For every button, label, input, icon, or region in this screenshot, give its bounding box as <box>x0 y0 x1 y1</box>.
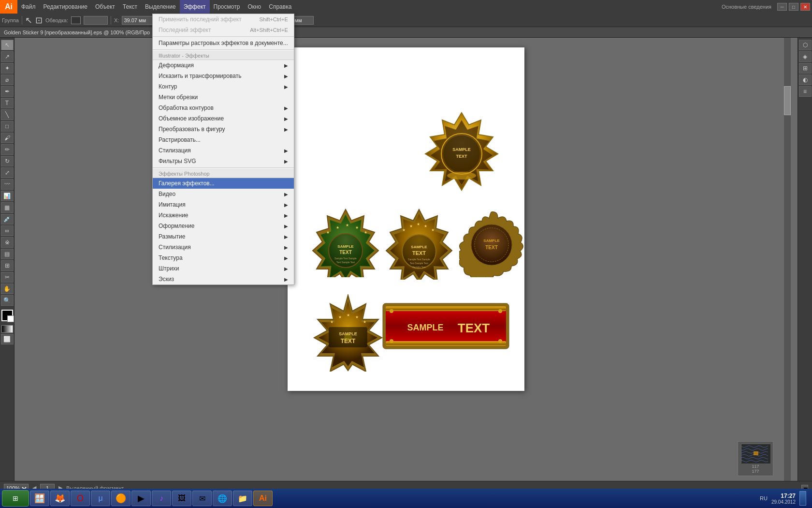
minimize-button[interactable]: ─ <box>777 3 787 11</box>
svg-point-54 <box>498 309 502 313</box>
blend-tool[interactable]: ∞ <box>1 225 14 236</box>
taskbar-image[interactable]: 🖼 <box>172 491 191 506</box>
menu-window[interactable]: Окно <box>244 0 265 14</box>
fill-color[interactable] <box>1 310 13 321</box>
lasso-tool[interactable]: ⌀ <box>1 75 14 85</box>
menu-edit[interactable]: Редактирование <box>40 0 91 14</box>
menu-help[interactable]: Справка <box>265 0 295 14</box>
menu-stylize-ps[interactable]: Стилизация ▶ <box>153 242 294 253</box>
menu-text[interactable]: Текст <box>119 0 141 14</box>
menu-decor[interactable]: Оформление ▶ <box>153 221 294 231</box>
slice-tool[interactable]: ✂ <box>1 272 14 283</box>
menu-convert-shape[interactable]: Преобразовать в фигуру ▶ <box>153 124 294 134</box>
panel-btn-1[interactable]: ⬡ <box>799 40 812 50</box>
column-graph-tool[interactable]: ▤ <box>1 249 14 259</box>
menu-path-operations[interactable]: Обработка контуров ▶ <box>153 103 294 113</box>
left-tools-panel: ↖ ↗ ✦ ⌀ ✒ T ╲ □ 🖌 ✏ ↻ ⤢ 〰 📊 ▦ 💉 ∞ ※ ▤ ⊞ … <box>0 38 14 481</box>
menu-strokes[interactable]: Штрихи ▶ <box>153 263 294 274</box>
options-icon[interactable]: ⊡ <box>35 15 43 26</box>
close-button[interactable]: ✕ <box>800 3 810 11</box>
taskbar-illustrator[interactable]: Ai <box>253 491 273 506</box>
screen-mode[interactable]: ⬜ <box>1 334 14 344</box>
pen-tool[interactable]: ✒ <box>1 86 14 97</box>
normal-mode[interactable] <box>1 325 13 333</box>
zoom-tool[interactable]: 🔍 <box>1 295 14 306</box>
sticker-2[interactable]: ★ ★ ★ ★ ★ SAMPLE TEXT Sample Text Sample… <box>312 207 379 277</box>
taskbar-firefox[interactable]: 🦊 <box>50 491 70 506</box>
effect-dropdown: Применить последний эффект Shift+Ctrl+E … <box>152 14 294 285</box>
menu-distort-ps[interactable]: Искажение ▶ <box>153 210 294 221</box>
menu-file[interactable]: Файл <box>17 0 40 14</box>
select-tool-icon[interactable]: ↖ <box>25 15 32 26</box>
maximize-button[interactable]: □ <box>789 3 798 11</box>
menu-object[interactable]: Объект <box>91 0 119 14</box>
menu-apply-last-effect[interactable]: Применить последний эффект Shift+Ctrl+E <box>153 14 294 25</box>
hand-tool[interactable]: ✋ <box>1 284 14 294</box>
menu-sep-3 <box>153 167 294 168</box>
show-desktop-button[interactable] <box>799 491 806 506</box>
eyedropper-tool[interactable]: 💉 <box>1 214 14 224</box>
svg-text:★: ★ <box>431 228 435 232</box>
sticker-3[interactable]: ★ ★ ★ ★ ★ SAMPLE TEXT Sample Text Sample… <box>384 207 454 280</box>
sticker-4[interactable]: SAMPLE TEXT <box>459 209 524 277</box>
taskbar-folder[interactable]: 📁 <box>233 491 252 506</box>
svg-text:★: ★ <box>363 320 366 324</box>
panel-btn-3[interactable]: ⊞ <box>799 63 812 74</box>
taskbar-opera[interactable]: O <box>71 491 90 506</box>
taskbar-play[interactable]: ▶ <box>131 491 151 506</box>
menu-texture[interactable]: Текстура ▶ <box>153 253 294 263</box>
menu-raster-settings[interactable]: Параметры растровых эффектов в документе… <box>153 38 294 48</box>
panel-btn-4[interactable]: ◐ <box>799 75 812 85</box>
warp-tool[interactable]: 〰 <box>1 179 14 190</box>
stroke-color[interactable] <box>71 16 81 24</box>
menu-rasterize[interactable]: Растрировать... <box>153 134 294 145</box>
direct-select-tool[interactable]: ↗ <box>1 51 14 62</box>
menu-path[interactable]: Контур ▶ <box>153 81 294 92</box>
menu-gallery[interactable]: Галерея эффектов... <box>153 178 294 189</box>
menu-svg-filters[interactable]: Фильтры SVG ▶ <box>153 156 294 166</box>
scale-tool[interactable]: ⤢ <box>1 167 14 178</box>
paintbrush-tool[interactable]: 🖌 <box>1 133 14 143</box>
magic-wand-tool[interactable]: ✦ <box>1 63 14 74</box>
menu-select[interactable]: Выделение <box>141 0 180 14</box>
menu-crop-marks[interactable]: Метки обрезки <box>153 92 294 103</box>
sticker-5[interactable]: ★ ★ ★ ★ ★ SAMPLE TEXT <box>312 294 384 372</box>
menu-video[interactable]: Видео ▶ <box>153 189 294 199</box>
artboard-tool[interactable]: ⊞ <box>1 260 14 271</box>
rect-tool[interactable]: □ <box>1 121 14 132</box>
text-tool[interactable]: T <box>1 98 14 108</box>
menu-view[interactable]: Просмотр <box>210 0 244 14</box>
start-button[interactable]: ⊞ <box>2 490 29 507</box>
taskbar-utorrent[interactable]: μ <box>91 491 110 506</box>
menu-deform[interactable]: Деформация ▶ <box>153 60 294 71</box>
gradient-tool[interactable]: ▦ <box>1 202 14 213</box>
selection-tool[interactable]: ↖ <box>1 40 14 50</box>
taskbar-web[interactable]: 🌐 <box>213 491 232 506</box>
menu-sketch[interactable]: Эскиз ▶ <box>153 274 294 284</box>
sticker-6[interactable]: SAMPLE TEXT <box>382 302 510 350</box>
menu-blur[interactable]: Размытие ▶ <box>153 231 294 242</box>
menu-stylize[interactable]: Стилизация ▶ <box>153 145 294 156</box>
graph-tool[interactable]: 📊 <box>1 191 14 201</box>
pencil-tool[interactable]: ✏ <box>1 144 14 155</box>
stroke-input[interactable] <box>84 16 108 25</box>
line-tool[interactable]: ╲ <box>1 109 14 120</box>
vertical-scrollbar[interactable] <box>784 38 791 481</box>
sticker-1[interactable]: SAMPLE TEXT <box>423 110 500 202</box>
panel-btn-2[interactable]: ◈ <box>799 51 812 62</box>
taskbar-orange[interactable]: 🟠 <box>111 491 130 506</box>
svg-text:★: ★ <box>355 225 359 230</box>
taskbar-explorer[interactable]: 🪟 <box>30 491 49 506</box>
menu-distort-transform[interactable]: Исказить и трансформировать ▶ <box>153 71 294 81</box>
menu-last-effect[interactable]: Последний эффект Alt+Shift+Ctrl+E <box>153 25 294 35</box>
menu-simulate[interactable]: Имитация ▶ <box>153 199 294 210</box>
menu-effect[interactable]: Эффект <box>180 0 210 14</box>
rotate-tool[interactable]: ↻ <box>1 156 14 166</box>
menu-3d[interactable]: Объемное изображение ▶ <box>153 113 294 124</box>
taskbar-mail[interactable]: ✉ <box>192 491 212 506</box>
symbol-tool[interactable]: ※ <box>1 237 14 248</box>
scrollbar-thumb[interactable] <box>784 86 791 115</box>
panel-btn-5[interactable]: ≡ <box>799 86 812 97</box>
taskbar-media[interactable]: ♪ <box>152 491 171 506</box>
artboard: SAMPLE TEXT ★ ★ <box>288 47 524 391</box>
